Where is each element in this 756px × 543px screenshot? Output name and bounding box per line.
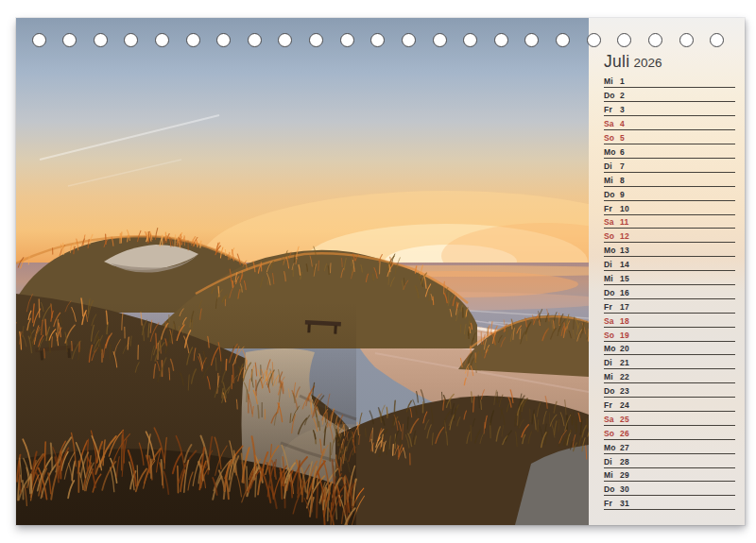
day-number: 19 bbox=[620, 331, 629, 340]
day-number: 25 bbox=[620, 416, 629, 424]
day-number: 21 bbox=[620, 359, 629, 367]
day-abbr: Mi bbox=[604, 373, 613, 382]
day-number: 4 bbox=[620, 120, 625, 128]
date-row: Mi29 bbox=[604, 468, 735, 483]
day-number: 8 bbox=[620, 177, 625, 185]
binding-hole bbox=[278, 33, 292, 47]
day-number: 29 bbox=[620, 471, 629, 480]
binding-hole bbox=[494, 33, 508, 47]
binding-hole bbox=[186, 33, 200, 47]
day-number: 7 bbox=[620, 162, 625, 171]
date-row: So19 bbox=[604, 328, 735, 342]
binding-hole bbox=[62, 33, 77, 47]
day-abbr: Mi bbox=[604, 177, 613, 185]
day-number: 14 bbox=[620, 261, 629, 269]
day-number: 5 bbox=[620, 134, 625, 143]
binding-hole bbox=[309, 33, 323, 47]
day-number: 13 bbox=[620, 246, 629, 255]
date-row: Di28 bbox=[604, 454, 735, 468]
day-number: 31 bbox=[620, 500, 629, 508]
binding-hole bbox=[710, 33, 724, 47]
day-abbr: Fr bbox=[604, 401, 612, 410]
day-abbr: Do bbox=[604, 387, 615, 396]
day-number: 9 bbox=[620, 191, 625, 199]
date-row: Fr3 bbox=[604, 102, 735, 116]
day-abbr: Mo bbox=[604, 444, 616, 452]
date-row: Mi1 bbox=[604, 75, 735, 89]
day-abbr: Sa bbox=[604, 416, 614, 424]
binding-hole bbox=[679, 33, 694, 47]
binding-hole bbox=[124, 33, 138, 47]
day-abbr: Mi bbox=[604, 77, 613, 86]
date-row: Mo6 bbox=[604, 144, 735, 159]
binding-hole bbox=[524, 33, 539, 47]
date-row: Fr10 bbox=[604, 201, 735, 215]
binding-hole bbox=[248, 33, 262, 47]
day-abbr: Sa bbox=[604, 317, 614, 326]
binding-hole bbox=[463, 33, 477, 47]
day-number: 24 bbox=[620, 401, 629, 410]
date-row: Mi8 bbox=[604, 173, 735, 187]
binding-hole bbox=[155, 33, 169, 47]
day-abbr: Fr bbox=[604, 303, 612, 312]
binding-hole bbox=[370, 33, 385, 47]
foreground-shade bbox=[16, 301, 356, 525]
day-abbr: So bbox=[604, 232, 614, 241]
day-number: 17 bbox=[620, 303, 629, 312]
day-number: 22 bbox=[620, 373, 629, 382]
day-abbr: Mi bbox=[604, 275, 613, 283]
day-abbr: Di bbox=[604, 162, 612, 171]
date-row: So26 bbox=[604, 426, 735, 440]
day-abbr: Di bbox=[604, 359, 612, 367]
date-row: Do23 bbox=[604, 383, 735, 398]
dune-beach-sunset-photo bbox=[16, 18, 589, 525]
calendar-page: Juli2026 Mi1Do2Fr3Sa4So5Mo6Di7Mi8Do9Fr10… bbox=[16, 18, 745, 525]
day-number: 6 bbox=[620, 148, 625, 157]
date-row: Mo13 bbox=[604, 243, 735, 257]
day-number: 15 bbox=[620, 275, 629, 283]
day-abbr: Sa bbox=[604, 120, 614, 128]
day-number: 16 bbox=[620, 289, 629, 297]
day-abbr: Fr bbox=[604, 205, 612, 213]
day-abbr: Di bbox=[604, 261, 612, 269]
day-abbr: Mo bbox=[604, 246, 616, 255]
month-title: Juli2026 bbox=[604, 52, 662, 72]
day-abbr: Mi bbox=[604, 471, 613, 480]
date-row: Di21 bbox=[604, 355, 735, 369]
day-abbr: Mo bbox=[604, 148, 616, 157]
day-number: 2 bbox=[620, 92, 625, 100]
date-row: Fr24 bbox=[604, 398, 735, 412]
day-abbr: Fr bbox=[604, 106, 612, 114]
binding-hole bbox=[648, 33, 662, 47]
day-abbr: Mo bbox=[604, 345, 616, 353]
binding-hole bbox=[402, 33, 416, 47]
day-number: 26 bbox=[620, 430, 629, 438]
year-label: 2026 bbox=[633, 56, 662, 70]
date-row: Mo27 bbox=[604, 440, 735, 454]
day-number: 10 bbox=[620, 205, 629, 213]
date-row: Do2 bbox=[604, 88, 735, 102]
day-abbr: Di bbox=[604, 458, 612, 467]
date-row: Mi15 bbox=[604, 271, 735, 285]
date-row: Di7 bbox=[604, 159, 735, 173]
day-number: 18 bbox=[620, 317, 629, 326]
day-abbr: So bbox=[604, 134, 614, 143]
date-row: Fr31 bbox=[604, 496, 735, 510]
day-abbr: Do bbox=[604, 289, 615, 297]
date-row: Do9 bbox=[604, 187, 735, 201]
day-number: 20 bbox=[620, 345, 629, 353]
date-row: Do30 bbox=[604, 482, 735, 496]
day-number: 23 bbox=[620, 387, 629, 396]
binding-hole bbox=[556, 33, 570, 47]
date-row: Sa25 bbox=[604, 412, 735, 426]
day-number: 30 bbox=[620, 485, 629, 494]
date-row: Mo20 bbox=[604, 342, 735, 356]
binding-hole bbox=[94, 33, 108, 47]
day-abbr: Sa bbox=[604, 218, 614, 227]
date-row: Mi22 bbox=[604, 369, 735, 383]
date-row: So5 bbox=[604, 130, 735, 144]
date-row: Di14 bbox=[604, 257, 735, 271]
month-panel: Juli2026 Mi1Do2Fr3Sa4So5Mo6Di7Mi8Do9Fr10… bbox=[589, 18, 745, 525]
day-number: 27 bbox=[620, 444, 629, 452]
month-name: Juli bbox=[604, 52, 629, 71]
